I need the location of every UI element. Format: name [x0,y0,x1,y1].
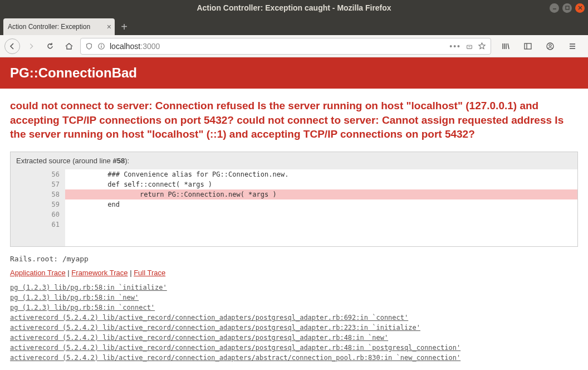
library-icon[interactable] [498,38,513,54]
reload-button[interactable] [42,38,58,54]
page-content: PG::ConnectionBad could not connect to s… [0,57,588,370]
back-button[interactable] [4,38,20,54]
source-line: ### Convenience alias for PG::Connection… [65,169,577,179]
tabstrip: Action Controller: Exception × + [0,16,588,35]
tab-close-button[interactable]: × [107,22,111,31]
toolbar: localhost:3000 ••• [0,35,588,57]
svg-rect-13 [525,43,531,49]
source-lines: ### Convenience alias for PG::Connection… [65,169,577,246]
sidebar-icon[interactable] [520,38,536,54]
tab-label: Action Controller: Exception [8,23,90,31]
line-number: 56 [16,169,60,179]
line-number: 60 [16,210,60,220]
page-actions-icon[interactable]: ••• [449,42,461,51]
source-line: return PG::Connection.new( *args ) [65,189,577,199]
window-controls [550,3,585,13]
source-gutter: 565758596061 [11,169,65,246]
trace-full-link[interactable]: Full Trace [134,269,165,277]
window-close-button[interactable] [575,3,585,13]
menu-icon[interactable] [565,38,580,54]
url-bar[interactable]: localhost:3000 ••• [80,38,491,55]
source-line: def self::connect( *args ) [65,179,577,189]
svg-line-12 [508,43,509,49]
account-icon[interactable] [542,38,558,54]
home-button[interactable] [61,38,77,54]
stack-frame-link[interactable]: pg (1.2.3) lib/pg.rb:58:in `initialize' [10,283,578,293]
line-number: 57 [16,179,60,189]
line-number: 61 [16,220,60,230]
window-maximize-button[interactable] [562,3,572,13]
stack-frame-link[interactable]: activerecord (5.2.4.2) lib/active_record… [10,353,578,363]
stack-frame-link[interactable]: activerecord (5.2.4.2) lib/active_record… [10,313,578,323]
bookmark-icon[interactable] [478,42,486,50]
new-tab-button[interactable]: + [116,18,133,35]
exception-body: could not connect to server: Connection … [0,89,588,370]
source-extract: Extracted source (around line #58): 5657… [10,152,578,247]
stack-frame-link[interactable]: pg (1.2.3) lib/pg.rb:58:in `new' [10,293,578,303]
stack-frame-link[interactable]: activerecord (5.2.4.2) lib/active_record… [10,333,578,343]
trace-framework-link[interactable]: Framework Trace [71,269,128,277]
svg-point-6 [101,44,102,45]
stack-frame-link[interactable]: activerecord (5.2.4.2) lib/active_record… [10,323,578,333]
tab-active[interactable]: Action Controller: Exception × [3,18,115,35]
window-title: Action Controller: Exception caught - Mo… [197,3,391,12]
url-text: localhost:3000 [110,42,160,51]
svg-rect-1 [566,6,569,9]
source-line [65,210,577,220]
stack-frame-link[interactable]: activerecord (5.2.4.2) lib/active_record… [10,343,578,353]
stack-frame-link[interactable]: pg (1.2.3) lib/pg.rb:58:in `connect' [10,303,578,313]
line-number: 59 [16,199,60,210]
svg-point-16 [549,44,551,46]
trace-application-link[interactable]: Application Trace [10,269,66,277]
trace-tabs: Application Trace | Framework Trace | Fu… [10,269,578,277]
source-line [65,220,577,230]
window-minimize-button[interactable] [550,3,559,13]
stack-trace: pg (1.2.3) lib/pg.rb:58:in `initialize'p… [10,283,578,363]
forward-button[interactable] [23,38,39,54]
exception-header: PG::ConnectionBad [0,57,588,89]
permissions-icon[interactable] [465,42,473,50]
shield-icon[interactable] [85,42,93,50]
exception-message: could not connect to server: Connection … [10,99,578,142]
window-titlebar: Action Controller: Exception caught - Mo… [0,0,588,16]
rails-root: Rails.root: /myapp [10,255,578,263]
source-line: end [65,199,577,210]
info-icon[interactable] [97,42,105,50]
toolbar-right [494,38,584,54]
source-label: Extracted source (around line #58): [11,152,577,169]
line-number: 58 [16,189,60,199]
